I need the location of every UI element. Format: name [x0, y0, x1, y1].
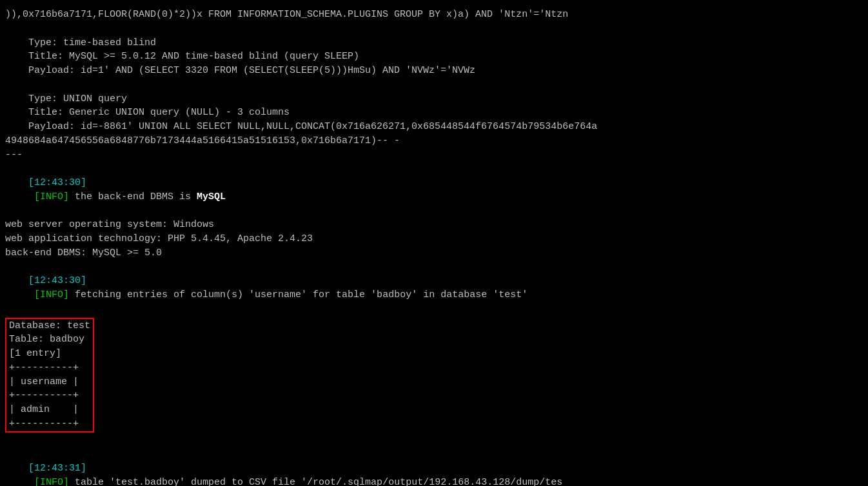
box-entry-count: [1 entry] [6, 347, 93, 361]
info-tag-label-3: [INFO] [34, 477, 69, 486]
timestamp-2: [12:43:30] [28, 275, 86, 286]
info-tag-label-1: [INFO] [34, 191, 69, 202]
terminal: )),0x716b6a7171,FLOOR(RAND(0)*2))x FROM … [0, 5, 868, 486]
box-column-header: | username | [6, 375, 93, 389]
box-table: Table: badboy [6, 333, 93, 347]
line-title-union: Title: Generic UNION query (NULL) - 3 co… [5, 106, 863, 120]
timestamp-1: [12:43:30] [28, 177, 86, 188]
timestamp-3: [12:43:31] [28, 463, 86, 474]
info-tag-3 [28, 477, 34, 486]
info-tag-1 [28, 191, 34, 202]
info-content-2: fetching entries of column(s) 'username'… [69, 289, 528, 300]
line-info-mysql: [12:43:30] [INFO] the back-end DBMS is M… [5, 162, 863, 218]
db-result-box: Database: test Table: badboy [1 entry] +… [5, 318, 94, 433]
info-content-1: the back-end DBMS is [69, 191, 197, 202]
line-payload-union-1: Payload: id=-8861' UNION ALL SELECT NULL… [5, 120, 863, 134]
info-content-3: table 'test.badboy' dumped to CSV file '… [69, 477, 562, 486]
line-type-timebased: Type: time-based blind [5, 36, 863, 50]
line-title-timebased: Title: MySQL >= 5.0.12 AND time-based bl… [5, 50, 863, 64]
line-webserver-os: web server operating system: Windows [5, 218, 863, 232]
box-data-row: | admin | [6, 403, 93, 417]
blank-line-1 [5, 22, 863, 36]
box-border-bottom: +----------+ [6, 417, 93, 431]
box-border-mid: +----------+ [6, 389, 93, 403]
info-tag-label-2: [INFO] [34, 289, 69, 300]
info-mysql-bold: MySQL [197, 191, 226, 202]
box-border-top: +----------+ [6, 361, 93, 375]
line-info-dumped: [12:43:31] [INFO] table 'test.badboy' du… [5, 447, 863, 486]
info-tag-2 [28, 289, 34, 300]
line-sql-injection: )),0x716b6a7171,FLOOR(RAND(0)*2))x FROM … [5, 8, 863, 22]
line-backend-dbms: back-end DBMS: MySQL >= 5.0 [5, 246, 863, 260]
line-webapp-tech: web application technology: PHP 5.4.45, … [5, 232, 863, 246]
line-payload-timebased: Payload: id=1' AND (SELECT 3320 FROM (SE… [5, 64, 863, 78]
blank-line-2 [5, 78, 863, 92]
line-info-fetching: [12:43:30] [INFO] fetching entries of co… [5, 260, 863, 316]
line-blank-footer [5, 434, 863, 448]
line-payload-union-2: 4948684a647456556a6848776b7173444a516641… [5, 134, 863, 148]
line-type-union: Type: UNION query [5, 92, 863, 106]
line-separator: --- [5, 148, 863, 162]
box-database: Database: test [6, 319, 93, 333]
